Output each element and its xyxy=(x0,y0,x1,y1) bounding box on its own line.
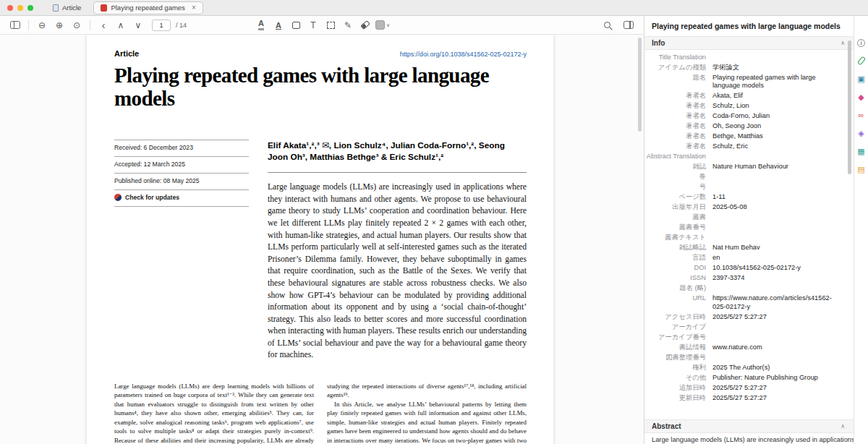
field-value[interactable]: Schulz, Lion xyxy=(712,102,839,111)
abstract-section-header[interactable]: Abstract ∧ xyxy=(644,419,854,433)
field-value[interactable]: Playing repeated games with large langua… xyxy=(712,74,839,90)
close-window-button[interactable] xyxy=(7,5,13,11)
fullscreen-window-button[interactable] xyxy=(27,5,33,11)
field-label: 著者名 xyxy=(644,122,712,131)
attachments-tab-button[interactable] xyxy=(856,56,867,66)
info-field-row[interactable]: 雑誌略誌 Nat Hum Behav xyxy=(644,243,839,253)
info-field-row[interactable]: 著者名 Bethge, Matthias xyxy=(644,132,839,142)
field-value[interactable]: 2025 The Author(s) xyxy=(712,364,839,372)
tab-library-label: Article xyxy=(62,4,81,12)
area-select-tool-button[interactable] xyxy=(323,18,339,33)
info-field-row[interactable]: 更新日時 2025/5/27 5:27:27 xyxy=(644,393,839,404)
related-tab-button[interactable]: ∞ xyxy=(856,110,867,120)
info-field-row[interactable]: 言語 en xyxy=(644,253,839,263)
tools-tab-button[interactable]: ◈ xyxy=(856,128,867,138)
field-value[interactable]: Publisher: Nature Publishing Group xyxy=(712,374,839,383)
zoom-in-button[interactable]: ⊕ xyxy=(51,18,67,33)
previous-page-button[interactable]: ∧ xyxy=(113,18,129,33)
check-for-updates-badge[interactable]: Check for updates xyxy=(114,189,249,207)
annotations-tab-button[interactable]: ▣ xyxy=(856,74,867,84)
doi-link[interactable]: https://doi.org/10.1038/s41562-025-02172… xyxy=(400,51,527,58)
info-field-row[interactable]: 権利 2025 The Author(s) xyxy=(644,363,839,373)
annotation-color-picker[interactable]: ∨ xyxy=(375,18,391,33)
field-value[interactable]: Coda-Forno, Julian xyxy=(712,112,839,121)
minimize-window-button[interactable] xyxy=(17,5,23,11)
info-field-row[interactable]: 著者名 Schulz, Lion xyxy=(644,101,839,111)
field-value[interactable]: 2025-05-08 xyxy=(712,203,839,212)
info-field-row[interactable]: Title Translation xyxy=(644,53,839,63)
info-field-row[interactable]: アーカイブ xyxy=(644,323,839,333)
info-field-row[interactable]: アイテムの種類 学術論文 xyxy=(644,63,839,73)
toolbar-right-group xyxy=(391,18,637,33)
field-value[interactable]: 2397-3374 xyxy=(712,274,839,283)
info-field-row[interactable]: 著者名 Oh, Seong Joon xyxy=(644,121,839,132)
text-tool-button[interactable]: T xyxy=(305,18,321,33)
info-field-row[interactable]: 追加日時 2025/5/27 5:27:27 xyxy=(644,383,839,393)
field-value[interactable]: Bethge, Matthias xyxy=(712,132,839,141)
field-value[interactable]: Akata, Elif xyxy=(712,92,839,101)
info-field-row[interactable]: 著者名 Coda-Forno, Julian xyxy=(644,111,839,121)
next-page-button[interactable]: ∨ xyxy=(130,18,146,33)
field-value[interactable]: en xyxy=(712,254,839,262)
note-tool-button[interactable] xyxy=(288,18,304,33)
pdf-scrollbar[interactable] xyxy=(638,38,642,132)
info-field-row[interactable]: 巻 xyxy=(644,172,839,182)
info-field-row[interactable]: 書誌情報 www.nature.com xyxy=(644,343,839,353)
field-value[interactable]: 学術論文 xyxy=(712,64,839,72)
info-field-row[interactable]: 図書整理番号 xyxy=(644,353,839,363)
field-value[interactable]: www.nature.com xyxy=(712,343,839,352)
tags-tab-button[interactable]: ◆ xyxy=(856,92,867,102)
page-number-input[interactable]: 1 xyxy=(152,20,171,31)
info-field-row[interactable]: URL https://www.nature.com/articles/s415… xyxy=(644,294,839,312)
tab-library[interactable]: Article xyxy=(46,1,88,14)
info-field-row[interactable]: アーカイブ番号 xyxy=(644,333,839,343)
zoom-out-button[interactable]: ⊖ xyxy=(34,18,50,33)
field-value[interactable]: 10.1038/s41562-025-02172-y xyxy=(712,264,839,273)
eraser-tool-button[interactable] xyxy=(357,18,373,33)
field-value[interactable]: https://www.nature.com/articles/s41562-0… xyxy=(712,294,839,311)
item-pane-scrollbar[interactable] xyxy=(848,40,851,174)
info-field-row[interactable]: 叢書テキスト xyxy=(644,233,839,243)
info-fields-list: Title Translation アイテムの種類 学術論文 題名 Playin… xyxy=(644,50,854,419)
info-field-row[interactable]: ISSN 2397-3374 xyxy=(644,273,839,283)
close-tab-icon[interactable]: × xyxy=(192,4,196,12)
info-field-row[interactable]: 題名 (略) xyxy=(644,283,839,294)
pdf-viewport[interactable]: Article https://doi.org/10.1038/s41562-0… xyxy=(0,35,644,444)
toggle-sidebar-button[interactable] xyxy=(7,18,23,33)
zoom-reset-button[interactable]: ⊙ xyxy=(69,18,85,33)
info-tab-button[interactable]: i xyxy=(856,38,867,48)
info-field-row[interactable]: 題名 Playing repeated games with large lan… xyxy=(644,73,839,92)
field-value[interactable]: Nat Hum Behav xyxy=(712,244,839,252)
notes-tab-button[interactable]: ▤ xyxy=(856,164,867,174)
info-field-row[interactable]: ページ数 1-11 xyxy=(644,192,839,202)
underline-tool-button[interactable]: A xyxy=(271,18,286,33)
draw-tool-button[interactable]: ✎ xyxy=(340,18,356,33)
info-field-row[interactable]: 雑誌 Nature Human Behaviour xyxy=(644,162,839,172)
info-field-row[interactable]: 出版年月日 2025-05-08 xyxy=(644,202,839,213)
toggle-context-pane-button[interactable] xyxy=(621,18,637,33)
info-field-row[interactable]: 叢書 xyxy=(644,213,839,223)
tab-reader[interactable]: Playing repeated games × xyxy=(93,1,203,14)
back-button[interactable]: ‹ xyxy=(95,18,111,33)
info-field-row[interactable]: 著者名 Schulz, Eric xyxy=(644,142,839,152)
chevron-up-icon[interactable]: ∧ xyxy=(841,40,845,46)
field-value[interactable]: 1-11 xyxy=(712,193,839,202)
field-value[interactable]: 2025/5/27 5:27:27 xyxy=(712,384,839,393)
info-field-row[interactable]: 叢書番号 xyxy=(644,223,839,233)
info-field-row[interactable]: 号 xyxy=(644,182,839,192)
info-field-row[interactable]: Abstract Translation xyxy=(644,152,839,162)
highlight-tool-button[interactable]: A xyxy=(253,18,269,33)
info-section-header[interactable]: Info ∧ xyxy=(644,36,854,50)
find-in-document-button[interactable] xyxy=(599,18,615,33)
info-field-row[interactable]: 著者名 Akata, Elif xyxy=(644,91,839,101)
field-value[interactable]: 2025/5/27 5:27:27 xyxy=(712,313,839,322)
preview-tab-button[interactable]: ▦ xyxy=(856,146,867,156)
info-field-row[interactable]: その他 Publisher: Nature Publishing Group xyxy=(644,373,839,383)
field-value[interactable]: Nature Human Behaviour xyxy=(712,163,839,171)
info-field-row[interactable]: DOI 10.1038/s41562-025-02172-y xyxy=(644,263,839,273)
chevron-up-icon[interactable]: ∧ xyxy=(841,423,845,430)
field-value[interactable]: 2025/5/27 5:27:27 xyxy=(712,394,839,403)
field-value[interactable]: Schulz, Eric xyxy=(712,142,839,151)
field-value[interactable]: Oh, Seong Joon xyxy=(712,122,839,131)
info-field-row[interactable]: アクセス日時 2025/5/27 5:27:27 xyxy=(644,312,839,323)
